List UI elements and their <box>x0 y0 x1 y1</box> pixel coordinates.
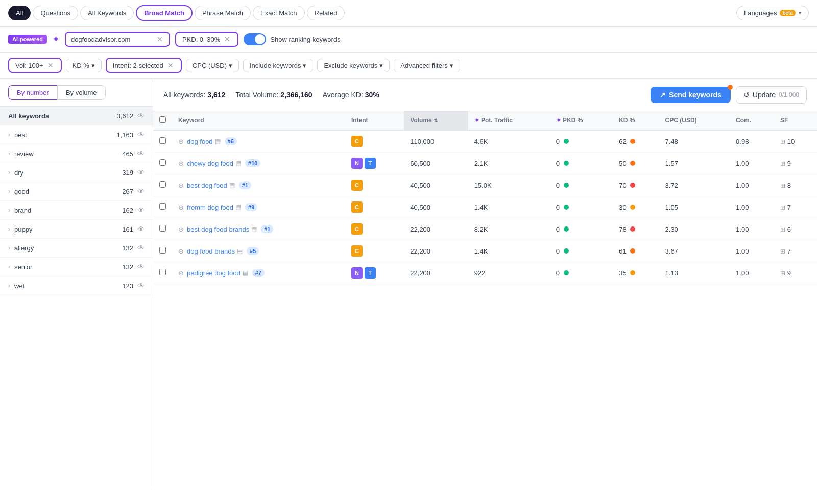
update-button[interactable]: ↺ Update 0/1,000 <box>736 86 807 104</box>
sidebar-item[interactable]: › senior 132 👁 <box>0 258 153 276</box>
domain-input[interactable] <box>71 36 153 43</box>
row-checkbox-cell <box>153 174 172 196</box>
keyword-link[interactable]: best dog food <box>187 182 227 189</box>
view-by-volume-btn[interactable]: By volume <box>57 85 106 100</box>
intent-clear-button[interactable]: ✕ <box>166 61 175 69</box>
tab-related[interactable]: Related <box>307 6 345 20</box>
cpc-col-header[interactable]: CPC (USD) <box>659 111 730 130</box>
eye-icon[interactable]: 👁 <box>137 187 145 195</box>
pkd-cell: 0 <box>550 262 613 284</box>
intent-badge: C <box>351 223 363 235</box>
row-checkbox[interactable] <box>159 225 166 232</box>
sidebar-item[interactable]: › puppy 161 👁 <box>0 220 153 239</box>
kd-cell: 78 <box>613 218 659 240</box>
row-checkbox[interactable] <box>159 159 166 166</box>
pkd-filter[interactable]: PKD: 0–30% ✕ <box>175 32 238 47</box>
keywords-table: Keyword Intent Volume ⇅ ✦ Pot. Traffic ✦… <box>153 111 817 284</box>
eye-icon[interactable]: 👁 <box>137 149 145 158</box>
eye-icon[interactable]: 👁 <box>137 131 145 139</box>
view-by-number-btn[interactable]: By number <box>8 85 57 100</box>
table-row: ⊕ best dog food brands ▤ #1 C 22,200 8.2… <box>153 218 817 240</box>
add-icon[interactable]: ⊕ <box>178 182 184 189</box>
row-checkbox[interactable] <box>159 247 166 254</box>
kd-cell: 62 <box>613 130 659 153</box>
tab-questions[interactable]: Questions <box>33 6 78 20</box>
add-icon[interactable]: ⊕ <box>178 225 184 233</box>
row-checkbox[interactable] <box>159 137 166 144</box>
row-checkbox[interactable] <box>159 181 166 188</box>
eye-icon[interactable]: 👁 <box>137 244 145 252</box>
eye-icon[interactable]: 👁 <box>137 112 145 120</box>
tab-all[interactable]: All <box>8 6 31 20</box>
keyword-link[interactable]: pedigree dog food <box>187 269 241 277</box>
kd-filter[interactable]: KD % ▾ <box>66 59 102 72</box>
cpc-cell: 3.67 <box>659 240 730 262</box>
rank-badge: #5 <box>247 247 259 255</box>
sidebar-item[interactable]: › allergy 132 👁 <box>0 239 153 258</box>
sidebar-item[interactable]: › best 1,163 👁 <box>0 125 153 144</box>
sidebar-item[interactable]: › wet 123 👁 <box>0 276 153 295</box>
add-icon[interactable]: ⊕ <box>178 269 184 277</box>
keyword-link[interactable]: fromm dog food <box>187 204 233 211</box>
exclude-keywords-filter[interactable]: Exclude keywords ▾ <box>317 59 390 72</box>
sidebar-item[interactable]: › review 465 👁 <box>0 144 153 163</box>
keyword-link[interactable]: dog food <box>187 138 213 145</box>
include-keywords-filter[interactable]: Include keywords ▾ <box>243 59 313 72</box>
intent-filter[interactable]: Intent: 2 selected ✕ <box>106 58 182 73</box>
pot-traffic-col-header[interactable]: ✦ Pot. Traffic <box>468 111 550 130</box>
keyword-link[interactable]: chewy dog food <box>187 160 233 167</box>
add-icon[interactable]: ⊕ <box>178 247 184 255</box>
com-col-header[interactable]: Com. <box>730 111 774 130</box>
intent-col-header[interactable]: Intent <box>345 111 404 130</box>
sidebar-item[interactable]: › brand 162 👁 <box>0 201 153 220</box>
vol-filter[interactable]: Vol: 100+ ✕ <box>8 58 62 73</box>
sidebar-item[interactable]: › dry 319 👁 <box>0 163 153 182</box>
row-checkbox[interactable] <box>159 203 166 210</box>
eye-icon[interactable]: 👁 <box>137 206 145 214</box>
send-keywords-button[interactable]: ↗ Send keywords <box>651 87 731 103</box>
kd-col-header[interactable]: KD % <box>613 111 659 130</box>
eye-icon[interactable]: 👁 <box>137 263 145 271</box>
languages-dropdown[interactable]: Languages beta ▾ <box>736 6 809 20</box>
keyword-link[interactable]: best dog food brands <box>187 225 249 233</box>
sidebar-all-keywords[interactable]: All keywords 3,612 👁 <box>0 107 153 125</box>
sidebar-keyword-label: brand <box>14 207 122 214</box>
advanced-filters[interactable]: Advanced filters ▾ <box>394 59 460 72</box>
domain-clear-button[interactable]: ✕ <box>156 35 164 43</box>
keyword-cell: ⊕ dog food ▤ #6 <box>172 130 345 153</box>
chevron-down-icon: ▾ <box>91 62 95 69</box>
keyword-col-header[interactable]: Keyword <box>172 111 345 130</box>
pot-traffic-cell: 2.1K <box>468 153 550 174</box>
row-checkbox[interactable] <box>159 269 166 275</box>
tab-exact-match[interactable]: Exact Match <box>253 6 305 20</box>
pkd-clear-button[interactable]: ✕ <box>223 35 231 43</box>
intent-badge: N <box>351 158 363 169</box>
pot-traffic-cell: 8.2K <box>468 218 550 240</box>
eye-icon[interactable]: 👁 <box>137 168 145 177</box>
main-content: All keywords: 3,612 Total Volume: 2,366,… <box>153 79 817 489</box>
vol-clear-button[interactable]: ✕ <box>46 61 55 69</box>
tab-broad-match[interactable]: Broad Match <box>136 5 193 21</box>
volume-col-header[interactable]: Volume ⇅ <box>404 111 468 130</box>
sf-col-header[interactable]: SF <box>774 111 817 130</box>
main-layout: By number By volume All keywords 3,612 👁… <box>0 79 817 489</box>
sidebar-item[interactable]: › good 267 👁 <box>0 182 153 201</box>
cpc-cell: 1.05 <box>659 196 730 218</box>
show-ranking-toggle[interactable] <box>244 33 266 45</box>
sidebar-keyword-count: 1,163 <box>116 131 133 139</box>
keyword-link[interactable]: dog food brands <box>187 247 235 255</box>
eye-icon[interactable]: 👁 <box>137 225 145 233</box>
eye-icon[interactable]: 👁 <box>137 282 145 290</box>
pot-traffic-cell: 922 <box>468 262 550 284</box>
add-icon[interactable]: ⊕ <box>178 138 184 145</box>
add-icon[interactable]: ⊕ <box>178 160 184 167</box>
pkd-col-header[interactable]: ✦ PKD % <box>550 111 613 130</box>
tab-all-keywords[interactable]: All Keywords <box>80 6 134 20</box>
add-icon[interactable]: ⊕ <box>178 204 184 211</box>
vol-label: Vol: 100+ <box>15 62 43 69</box>
checkbox-col-header <box>153 111 172 130</box>
select-all-checkbox[interactable] <box>159 116 166 123</box>
cpc-filter[interactable]: CPC (USD) ▾ <box>186 59 239 72</box>
tab-phrase-match[interactable]: Phrase Match <box>195 6 251 20</box>
kd-cell: 70 <box>613 174 659 196</box>
